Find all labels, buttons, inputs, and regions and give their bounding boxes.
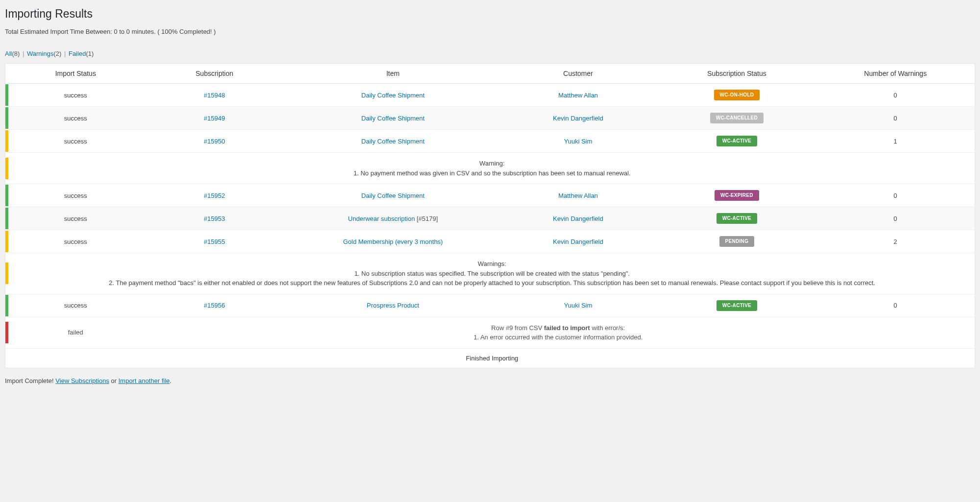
cell-warnings-count: 0	[816, 184, 975, 207]
item-link[interactable]: Gold Membership (every 3 months)	[343, 238, 443, 245]
table-row: success#15949Daily Coffee ShipmentKevin …	[5, 107, 975, 130]
item-link[interactable]: Daily Coffee Shipment	[361, 138, 425, 145]
status-badge: PENDING	[719, 236, 755, 247]
status-badge: WC-ACTIVE	[717, 213, 757, 224]
customer-link[interactable]: Matthew Allan	[558, 192, 598, 199]
cell-warnings-count: 1	[816, 130, 975, 153]
table-row: failedRow #9 from CSV failed to import w…	[5, 317, 975, 348]
status-badge: WC-EXPIRED	[715, 190, 759, 201]
col-subscription: Subscription	[142, 64, 287, 84]
status-bar	[5, 208, 8, 229]
table-row: success#15952Daily Coffee ShipmentMatthe…	[5, 184, 975, 207]
results-table: Import Status Subscription Item Customer…	[5, 63, 975, 368]
failed-error-line: 1. An error occurred with the customer i…	[474, 334, 643, 341]
warning-line: 1. No subscription status was specified.…	[354, 270, 630, 277]
cell-import-status: success	[9, 207, 142, 230]
item-suffix: [#5179]	[415, 215, 438, 222]
col-subscription-status: Subscription Status	[657, 64, 816, 84]
status-badge: WC-ACTIVE	[717, 136, 757, 146]
warning-label: Warnings:	[478, 260, 506, 267]
filter-warnings[interactable]: Warnings	[27, 50, 53, 57]
col-customer: Customer	[499, 64, 657, 84]
table-row: success#15956Prospress ProductYuuki SimW…	[5, 294, 975, 317]
col-import-status: Import Status	[9, 64, 142, 84]
subscription-link[interactable]: #15952	[204, 192, 225, 199]
item-link[interactable]: Prospress Product	[367, 302, 419, 309]
status-badge: WC-CANCELLED	[710, 113, 764, 123]
failed-msg-prefix: Row #9 from CSV	[491, 324, 544, 332]
finished-row: Finished Importing	[5, 348, 975, 368]
import-complete-footer: Import Complete! View Subscriptions or I…	[5, 377, 975, 384]
table-row: success#15950Daily Coffee ShipmentYuuki …	[5, 130, 975, 153]
finished-text: Finished Importing	[9, 348, 975, 368]
customer-link[interactable]: Yuuki Sim	[564, 302, 592, 309]
col-item: Item	[287, 64, 499, 84]
warning-line: 2. The payment method "bacs" is either n…	[109, 279, 875, 287]
status-bar	[5, 107, 8, 129]
subscription-link[interactable]: #15953	[204, 215, 225, 222]
cell-import-status: success	[9, 107, 142, 130]
cell-warnings-count: 2	[816, 230, 975, 253]
item-link[interactable]: Underwear subscription	[348, 215, 415, 222]
cell-warnings-count: 0	[816, 294, 975, 317]
status-bar	[5, 130, 8, 152]
status-badge: WC-ON-HOLD	[714, 90, 760, 100]
filter-all-count: (8)	[12, 50, 20, 57]
status-bar	[5, 185, 8, 206]
filter-all[interactable]: All	[5, 50, 12, 57]
filter-warnings-count: (2)	[53, 50, 61, 57]
page-title: Importing Results	[5, 7, 975, 21]
subscription-link[interactable]: #15956	[204, 302, 225, 309]
warning-label: Warning:	[479, 160, 505, 167]
failed-msg-suffix: with error/s:	[590, 324, 625, 332]
customer-link[interactable]: Matthew Allan	[558, 92, 598, 99]
warning-row: Warning:1. No payment method was given i…	[5, 153, 975, 184]
filter-bar: All(8) | Warnings(2) | Failed(1)	[5, 50, 975, 57]
status-bar	[5, 231, 8, 252]
subscription-link[interactable]: #15949	[204, 115, 225, 122]
col-number-warnings: Number of Warnings	[816, 64, 975, 84]
cell-import-status: success	[9, 184, 142, 207]
import-another-file-link[interactable]: Import another file	[119, 377, 170, 384]
subscription-link[interactable]: #15950	[204, 138, 225, 145]
filter-failed-count: (1)	[86, 50, 94, 57]
failed-msg-strong: failed to import	[544, 324, 590, 332]
customer-link[interactable]: Kevin Dangerfield	[553, 215, 603, 222]
status-badge: WC-ACTIVE	[717, 300, 757, 311]
warning-line: 1. No payment method was given in CSV an…	[354, 169, 631, 177]
cell-import-status: success	[9, 230, 142, 253]
item-link[interactable]: Daily Coffee Shipment	[361, 192, 425, 199]
cell-warnings-count: 0	[816, 207, 975, 230]
cell-import-status: success	[9, 130, 142, 153]
view-subscriptions-link[interactable]: View Subscriptions	[55, 377, 109, 384]
status-bar	[5, 263, 8, 284]
cell-import-status: success	[9, 84, 142, 107]
cell-warnings-count: 0	[816, 107, 975, 130]
warning-row: Warnings:1. No subscription status was s…	[5, 253, 975, 294]
table-row: success#15955Gold Membership (every 3 mo…	[5, 230, 975, 253]
status-bar	[5, 158, 8, 179]
table-row: success#15953Underwear subscription [#51…	[5, 207, 975, 230]
customer-link[interactable]: Kevin Dangerfield	[553, 115, 603, 122]
import-time-subtitle: Total Estimated Import Time Between: 0 t…	[5, 28, 975, 35]
customer-link[interactable]: Yuuki Sim	[564, 138, 592, 145]
subscription-link[interactable]: #15955	[204, 238, 225, 245]
item-link[interactable]: Daily Coffee Shipment	[361, 92, 425, 99]
subscription-link[interactable]: #15948	[204, 92, 225, 99]
cell-warnings-count: 0	[816, 84, 975, 107]
item-link[interactable]: Daily Coffee Shipment	[361, 115, 425, 122]
filter-failed[interactable]: Failed	[69, 50, 86, 57]
customer-link[interactable]: Kevin Dangerfield	[553, 238, 603, 245]
cell-import-status: failed	[9, 317, 142, 348]
status-bar	[5, 295, 8, 316]
status-bar	[5, 84, 8, 106]
table-row: success#15948Daily Coffee ShipmentMatthe…	[5, 84, 975, 107]
status-bar	[5, 322, 8, 343]
cell-import-status: success	[9, 294, 142, 317]
